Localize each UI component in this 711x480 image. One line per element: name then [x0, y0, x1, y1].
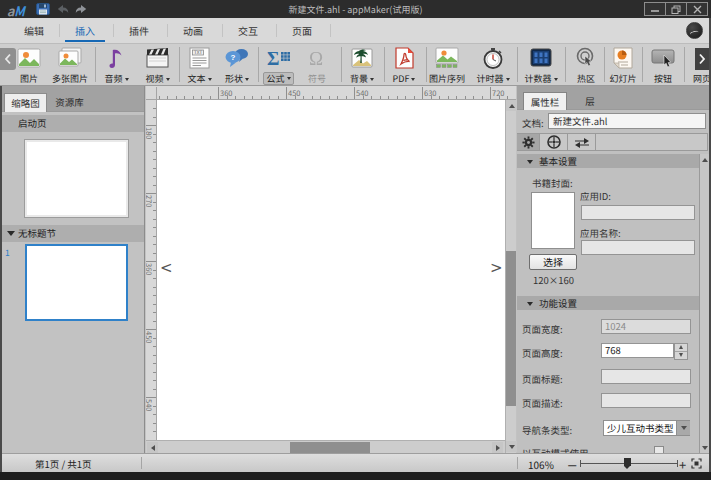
- section-startup-page[interactable]: 启动页: [2, 115, 144, 132]
- ribbon-button-counter[interactable]: 计数器: [521, 45, 561, 85]
- scroll-left-button[interactable]: [147, 442, 158, 453]
- app-name-input[interactable]: [581, 240, 695, 255]
- vertical-scroll-thumb[interactable]: [506, 251, 516, 406]
- section-function-settings[interactable]: 功能设置: [517, 296, 699, 310]
- right-panel-tabs: 属性栏 层: [517, 86, 709, 110]
- video-icon: [139, 45, 176, 70]
- zoom-slider[interactable]: [580, 463, 678, 464]
- clipped-option-checkbox[interactable]: [654, 446, 664, 453]
- ribbon-button-hotzone[interactable]: 热区: [568, 45, 604, 85]
- page-1-thumbnail-selected[interactable]: [25, 244, 128, 321]
- document-name-input[interactable]: 新建文件.ahl: [548, 113, 706, 129]
- ribbon-button-text[interactable]: TXT 文本: [181, 45, 218, 85]
- text-icon: TXT: [181, 45, 218, 70]
- shape-icon: ?: [218, 45, 256, 70]
- ribbon-button-pdf[interactable]: PDF: [386, 45, 422, 85]
- panel-scroll-up-button[interactable]: [700, 154, 709, 165]
- ribbon-button-button[interactable]: 按钮: [645, 45, 681, 85]
- svg-text:?: ?: [231, 52, 236, 61]
- menu-tab-edit[interactable]: 编辑: [7, 18, 61, 43]
- reel-icon: [547, 135, 561, 149]
- ribbon-button-image-sequence[interactable]: 图片序列: [426, 45, 468, 85]
- ribbon-button-shape[interactable]: ? 形状: [218, 45, 256, 85]
- tab-thumbnails[interactable]: 缩略图: [4, 93, 47, 112]
- pdf-icon: [386, 45, 422, 70]
- navbar-type-label: 导航条类型:: [522, 423, 572, 437]
- page-height-spinner[interactable]: [674, 343, 688, 360]
- section-basic-settings[interactable]: 基本设置: [517, 154, 699, 168]
- page-width-label: 页面宽度:: [522, 322, 563, 336]
- animation-wheel-button[interactable]: [540, 134, 568, 150]
- app-id-input[interactable]: [581, 205, 695, 220]
- document-row: 文档: 新建文件.ahl: [517, 110, 709, 133]
- fit-screen-icon[interactable]: [691, 458, 702, 469]
- restore-button[interactable]: [665, 2, 687, 16]
- interaction-arrows-button[interactable]: [568, 134, 596, 150]
- menu-tab-animation[interactable]: 动画: [166, 18, 220, 43]
- ribbon-button-formula[interactable]: Σ 公式: [260, 45, 297, 85]
- properties-panel: 属性栏 层 文档: 新建文件.ahl 基本设置 书籍封面: 选择 120×160…: [517, 86, 709, 453]
- menu-tab-plugin[interactable]: 插件: [112, 18, 166, 43]
- settings-gear-button[interactable]: [517, 134, 540, 150]
- book-cover-preview[interactable]: [531, 192, 575, 249]
- ribbon-button-video[interactable]: 视频: [139, 45, 176, 85]
- swap-arrows-icon: [574, 136, 590, 148]
- scroll-down-button[interactable]: [506, 441, 517, 452]
- horizontal-scroll-thumb[interactable]: [290, 442, 370, 453]
- scroll-up-button[interactable]: [506, 100, 517, 111]
- scroll-right-button[interactable]: [492, 442, 503, 453]
- timer-icon: [473, 45, 513, 70]
- ribbon-scroll-right-button[interactable]: [695, 48, 709, 70]
- menu-bar: 编辑 插入 插件 动画 交互 页面: [0, 18, 711, 44]
- page-title-input[interactable]: [601, 369, 691, 384]
- document-page[interactable]: [157, 100, 505, 440]
- title-bar: aM 新建文件.ahl - appMaker(试用版): [0, 0, 711, 18]
- page-width-input[interactable]: 1024: [601, 319, 691, 334]
- background-icon: [344, 45, 380, 70]
- startup-page-thumbnail[interactable]: [25, 140, 128, 217]
- svg-text:TXT: TXT: [194, 50, 202, 55]
- choose-cover-button[interactable]: 选择: [529, 254, 577, 270]
- menu-tab-insert[interactable]: 插入: [58, 18, 112, 43]
- slideshow-icon: [605, 45, 641, 70]
- panel-scrollbar[interactable]: [699, 154, 709, 453]
- ribbon-button-slideshow[interactable]: 幻灯片: [605, 45, 641, 85]
- page-height-input[interactable]: 768: [601, 343, 674, 358]
- ribbon-button-audio[interactable]: 音频: [98, 45, 135, 85]
- zoom-slider-thumb[interactable]: [624, 458, 631, 466]
- canvas-vertical-scrollbar[interactable]: [505, 100, 516, 453]
- tab-properties[interactable]: 属性栏: [523, 92, 567, 110]
- spin-up-button[interactable]: [675, 344, 687, 352]
- ribbon-button-multi-image[interactable]: 多张图片: [48, 45, 92, 85]
- tab-layers[interactable]: 层: [568, 92, 612, 110]
- prev-page-arrow[interactable]: <: [160, 259, 173, 277]
- navbar-type-select[interactable]: 少儿互动书类型: [603, 420, 690, 436]
- next-page-arrow[interactable]: >: [490, 259, 503, 277]
- section-untitled[interactable]: 无标题节: [2, 225, 144, 242]
- clipped-option-label: 以互动模式使用: [522, 446, 697, 453]
- app-id-label: 应用ID:: [580, 189, 611, 203]
- minimize-button[interactable]: [644, 2, 666, 16]
- canvas-horizontal-scrollbar[interactable]: [146, 440, 505, 453]
- menu-tab-page[interactable]: 页面: [275, 18, 329, 43]
- ribbon-button-image[interactable]: 图片: [13, 45, 45, 85]
- menu-tab-interaction[interactable]: 交互: [221, 18, 275, 43]
- spin-down-button[interactable]: [675, 352, 687, 360]
- dropdown-arrow-icon[interactable]: [676, 421, 690, 435]
- close-button[interactable]: [686, 2, 708, 16]
- window-left-edge: [0, 86, 2, 472]
- left-panel-tabs: 缩略图 资源库: [2, 86, 144, 112]
- tab-resource-library[interactable]: 资源库: [48, 93, 91, 112]
- ribbon-button-timer[interactable]: 计时器: [473, 45, 513, 85]
- ruler-label: 630: [424, 87, 437, 98]
- brand-sphere-icon[interactable]: [686, 22, 703, 39]
- ruler-label: 540: [146, 399, 155, 412]
- page-number-label: 1: [5, 246, 10, 258]
- ribbon-button-background[interactable]: 背景: [344, 45, 380, 85]
- collapse-triangle-icon: [527, 302, 533, 306]
- ribbon-button-symbol[interactable]: Ω 符号: [299, 45, 335, 85]
- panel-scroll-down-button[interactable]: [700, 442, 709, 453]
- window-bottom-edge: [0, 472, 711, 480]
- vertical-ruler: 180270360450540: [146, 100, 157, 440]
- page-description-input[interactable]: [601, 393, 691, 408]
